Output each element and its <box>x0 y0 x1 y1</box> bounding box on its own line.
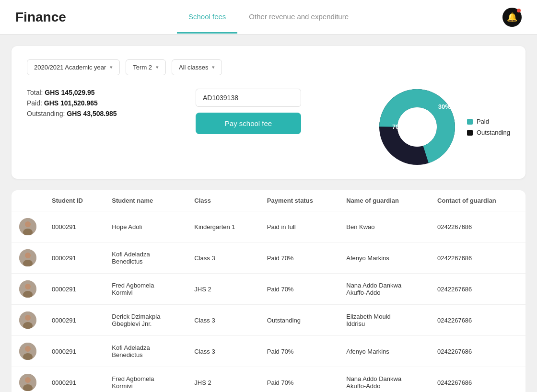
student-id: 0000291 <box>44 305 104 336</box>
student-class: Class 3 <box>187 336 259 367</box>
legend-outstanding-label: Outstanding <box>477 129 510 136</box>
chart-legend: Paid Outstanding <box>467 118 510 136</box>
tab-school-fees[interactable]: School fees <box>177 1 237 34</box>
summary-card: 2020/2021 Academic year ▾ Term 2 ▾ All c… <box>12 46 525 179</box>
payment-status: Paid 70% <box>259 336 339 367</box>
tab-other-revenue[interactable]: Other revenue and expenditure <box>237 1 360 34</box>
guardian-contact: 0242267686 <box>430 367 525 392</box>
avatar <box>19 218 36 235</box>
table-header-row: Student ID Student name Class Payment st… <box>12 190 525 211</box>
table-row[interactable]: 0000291 Hope Adoli Kindergarten 1 Paid i… <box>12 211 525 242</box>
avatar <box>19 343 36 360</box>
student-name: Kofi AdeladzaBenedictus <box>104 336 187 367</box>
payment-status: Paid in full <box>259 211 339 242</box>
student-avatar-cell <box>12 305 44 336</box>
guardian-name: Elizabeth MouldIddrisu <box>339 305 430 336</box>
guardian-name: Nana Addo DankwaAkuffo-Addo <box>339 367 430 392</box>
stats-list: Total: GHS 145,029.95 Paid: GHS 101,520.… <box>27 89 180 117</box>
student-avatar-cell <box>12 367 44 392</box>
guardian-name: Nana Addo DankwaAkuffo-Addo <box>339 274 430 305</box>
students-table-section: Student ID Student name Class Payment st… <box>12 190 525 392</box>
legend-paid: Paid <box>467 118 510 125</box>
filters-row: 2020/2021 Academic year ▾ Term 2 ▾ All c… <box>27 59 510 75</box>
pay-school-fee-button[interactable]: Pay school fee <box>196 113 301 134</box>
legend-outstanding: Outstanding <box>467 129 510 136</box>
notification-bell[interactable]: 🔔 <box>502 8 522 27</box>
avatar <box>19 311 36 329</box>
payment-status: Paid 70% <box>259 367 339 392</box>
main-content: 2020/2021 Academic year ▾ Term 2 ▾ All c… <box>0 35 537 392</box>
guardian-contact: 0242267686 <box>430 211 525 242</box>
student-name: Kofi AdeladzaBenedictus <box>104 242 187 274</box>
card-body: Total: GHS 145,029.95 Paid: GHS 101,520.… <box>27 89 510 165</box>
student-id-input[interactable] <box>196 89 301 107</box>
payment-status: Outstanding <box>259 305 339 336</box>
guardian-name: Afenyo Markins <box>339 242 430 274</box>
col-class: Class <box>187 190 259 211</box>
term-filter[interactable]: Term 2 ▾ <box>126 59 166 75</box>
guardian-contact: 0242267686 <box>430 336 525 367</box>
student-class: Kindergarten 1 <box>187 211 259 242</box>
col-avatar <box>12 190 44 211</box>
svg-point-13 <box>25 315 31 321</box>
guardian-name: Afenyo Markins <box>339 336 430 367</box>
payment-section: Pay school fee <box>196 89 301 134</box>
chevron-down-icon: ▾ <box>156 64 159 70</box>
student-id: 0000291 <box>44 336 104 367</box>
donut-chart: 70% 30% <box>379 89 455 165</box>
stats-section: Total: GHS 145,029.95 Paid: GHS 101,520.… <box>27 89 180 129</box>
guardian-contact: 0242267686 <box>430 274 525 305</box>
guardian-name: Ben Kwao <box>339 211 430 242</box>
avatar <box>19 249 36 266</box>
student-avatar-cell <box>12 336 44 367</box>
col-student-name: Student name <box>104 190 187 211</box>
student-avatar-cell <box>12 242 44 274</box>
students-table: Student ID Student name Class Payment st… <box>12 190 525 392</box>
page-title: Finance <box>15 10 66 25</box>
col-guardian-name: Name of guardian <box>339 190 430 211</box>
table-row[interactable]: 0000291 Fred AgbomelaKormivi JHS 2 Paid … <box>12 274 525 305</box>
outstanding-stat: Outstanding: GHS 43,508.985 <box>27 110 180 117</box>
student-avatar-cell <box>12 211 44 242</box>
col-guardian-contact: Contact of guardian <box>430 190 525 211</box>
table-row[interactable]: 0000291 Derick DzimakplaGbegblevi Jnr. C… <box>12 305 525 336</box>
student-name: Fred AgbomelaKormivi <box>104 367 187 392</box>
student-name: Fred AgbomelaKormivi <box>104 274 187 305</box>
class-filter[interactable]: All classes ▾ <box>172 59 222 75</box>
student-id: 0000291 <box>44 242 104 274</box>
legend-paid-label: Paid <box>477 118 489 125</box>
col-student-id: Student ID <box>44 190 104 211</box>
student-id: 0000291 <box>44 211 104 242</box>
svg-point-4 <box>25 221 31 227</box>
academic-year-filter[interactable]: 2020/2021 Academic year ▾ <box>27 59 120 75</box>
svg-point-10 <box>25 284 31 289</box>
guardian-contact: 0242267686 <box>430 305 525 336</box>
avatar <box>19 280 36 298</box>
nav-tabs: School fees Other revenue and expenditur… <box>177 1 360 34</box>
academic-year-value: 2020/2021 Academic year <box>34 64 106 71</box>
student-class: Class 3 <box>187 242 259 274</box>
header: Finance School fees Other revenue and ex… <box>0 0 537 35</box>
student-avatar-cell <box>12 274 44 305</box>
chevron-down-icon: ▾ <box>110 64 113 70</box>
chevron-down-icon: ▾ <box>212 64 215 70</box>
paid-dot <box>467 119 473 125</box>
table-row[interactable]: 0000291 Kofi AdeladzaBenedictus Class 3 … <box>12 336 525 367</box>
chart-section: 70% 30% Paid Outstanding <box>316 89 510 165</box>
table-row[interactable]: 0000291 Fred AgbomelaKormivi JHS 2 Paid … <box>12 367 525 392</box>
bell-icon: 🔔 <box>507 12 517 23</box>
col-payment-status: Payment status <box>259 190 339 211</box>
notification-dot <box>517 9 521 12</box>
term-value: Term 2 <box>133 64 152 71</box>
outstanding-dot <box>467 130 473 136</box>
student-class: JHS 2 <box>187 274 259 305</box>
class-value: All classes <box>179 64 208 71</box>
svg-point-19 <box>25 377 31 383</box>
student-class: JHS 2 <box>187 367 259 392</box>
table-row[interactable]: 0000291 Kofi AdeladzaBenedictus Class 3 … <box>12 242 525 274</box>
student-id: 0000291 <box>44 274 104 305</box>
chart-paid-label: 70% <box>392 123 405 130</box>
paid-stat: Paid: GHS 101,520.965 <box>27 99 180 107</box>
avatar <box>19 374 36 391</box>
student-name: Derick DzimakplaGbegblevi Jnr. <box>104 305 187 336</box>
